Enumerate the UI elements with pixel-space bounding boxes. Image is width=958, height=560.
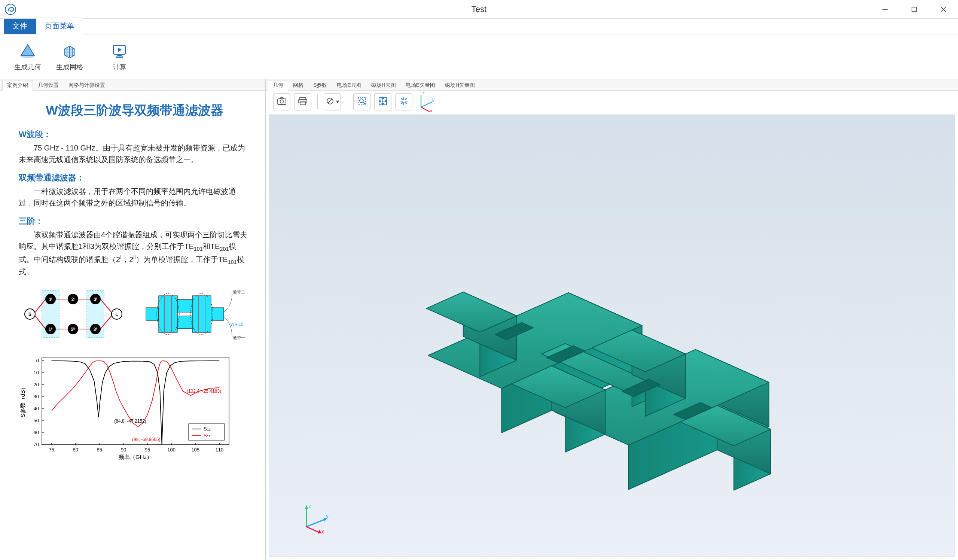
heading-dualband: 双频带通滤波器：	[19, 172, 251, 183]
heading-order: 三阶：	[19, 216, 251, 227]
ribbon: 生成几何 生成网格 计算	[0, 35, 958, 79]
svg-text:S: S	[29, 312, 32, 317]
svg-text:z: z	[422, 91, 425, 96]
svg-point-110	[360, 99, 363, 103]
svg-text:2ᴵ: 2ᴵ	[71, 297, 75, 302]
tab-efield-vector[interactable]: 电场E矢量图	[401, 80, 440, 90]
svg-text:(98, -69.9665): (98, -69.9665)	[132, 437, 160, 442]
svg-line-156	[306, 519, 325, 527]
svg-text:-30: -30	[32, 394, 39, 400]
svg-rect-17	[116, 57, 123, 58]
camera-icon	[277, 96, 287, 108]
svg-text:-10: -10	[32, 370, 39, 376]
svg-text:1ᴵᴵ: 1ᴵᴵ	[49, 327, 53, 332]
paragraph-dualband: 一种微波滤波器，用于在两个不同的频率范围内允许电磁波通过，同时在这两个频带之外的…	[19, 186, 251, 209]
tab-hfield-vector[interactable]: 磁场H矢量图	[440, 80, 480, 90]
menu-file[interactable]: 文件	[4, 17, 36, 34]
svg-marker-5	[21, 44, 35, 56]
slash-circle-icon	[325, 96, 335, 108]
svg-text:WR-10: WR-10	[230, 322, 243, 327]
svg-rect-47	[178, 316, 192, 329]
close-button[interactable]	[929, 0, 958, 19]
mesh-icon	[60, 42, 79, 60]
svg-rect-46	[178, 300, 192, 312]
menu-tabs: 文件 页面菜单	[0, 19, 958, 35]
chart-sparameters: 75808590951001051100-10-20-30-40-50-60-7…	[19, 353, 251, 463]
fit-view-icon	[378, 96, 388, 108]
paragraph-order: 该双频带通滤波器由4个腔谐振器组成，可实现两个三阶切比雪夫响应。其中谐振腔1和3…	[19, 229, 251, 278]
svg-text:S₁₂: S₁₂	[204, 433, 211, 438]
svg-line-121	[405, 98, 406, 100]
left-tabstrip: 案例介绍 几何设置 网格与计算设置	[0, 79, 265, 90]
window-title: Test	[471, 5, 487, 14]
svg-text:通带一: 通带一	[233, 335, 245, 340]
svg-text:90: 90	[121, 447, 126, 452]
svg-text:-20: -20	[32, 382, 39, 387]
svg-text:-40: -40	[32, 406, 39, 411]
window-controls	[871, 0, 958, 18]
svg-text:95: 95	[145, 447, 150, 452]
svg-text:y: y	[432, 97, 435, 102]
figure-plan-view: 通带二 WR-10 通带一	[144, 286, 245, 342]
zoom-area-button[interactable]	[353, 93, 371, 110]
tab-mesh[interactable]: 网格	[288, 80, 308, 90]
tab-efield-cloud[interactable]: 电场E云图	[332, 80, 366, 90]
spark-icon	[399, 96, 409, 108]
generate-mesh-button[interactable]: 生成网格	[51, 38, 88, 75]
axis-orientation-button[interactable]: zyx	[416, 93, 433, 110]
svg-line-158	[306, 527, 320, 533]
zoom-area-icon	[357, 96, 367, 108]
print-button[interactable]	[294, 93, 311, 110]
geometry-icon	[19, 42, 36, 60]
generate-geometry-button[interactable]: 生成几何	[9, 38, 46, 75]
svg-text:75: 75	[49, 447, 54, 452]
screenshot-button[interactable]	[273, 93, 290, 110]
viewport-3d[interactable]: zyx	[269, 114, 955, 557]
axis-triad-icon: zyx	[414, 90, 436, 113]
article-title: W波段三阶波导双频带通滤波器	[19, 102, 251, 119]
generate-geometry-label: 生成几何	[14, 62, 41, 71]
tab-hfield-cloud[interactable]: 磁场H云图	[366, 80, 401, 90]
svg-rect-45	[159, 296, 178, 332]
compute-label: 计算	[113, 62, 126, 71]
right-pane: 几何 网格 S参数 电场E云图 磁场H云图 电场E矢量图 磁场H矢量图 ▾ zy…	[266, 79, 958, 560]
figure-row: S L 1ᴵ 2ᴵ 3ᴵ 1ᴵᴵ 2ᴵᴵ 3ᴵᴵ	[19, 286, 251, 342]
svg-text:z: z	[309, 503, 311, 509]
fit-view-button[interactable]	[374, 93, 392, 110]
generate-mesh-label: 生成网格	[56, 62, 83, 71]
minimize-button[interactable]	[871, 0, 899, 19]
svg-line-125	[421, 107, 429, 111]
play-icon	[110, 42, 128, 60]
svg-rect-44	[146, 308, 159, 320]
tab-geometry-settings[interactable]: 几何设置	[33, 80, 63, 90]
compute-button[interactable]: 计算	[101, 38, 138, 75]
svg-line-122	[401, 102, 403, 104]
paragraph-wband: 75 GHz - 110 GHz。由于具有超宽未被开发的频带资源，已成为未来高速…	[19, 142, 251, 165]
svg-text:1ᴵ: 1ᴵ	[49, 297, 52, 302]
svg-text:y: y	[326, 513, 328, 519]
tab-sparam[interactable]: S参数	[308, 80, 332, 90]
svg-line-124	[421, 102, 432, 107]
menu-page[interactable]: 页面菜单	[36, 17, 83, 35]
svg-text:x: x	[322, 528, 324, 534]
svg-text:通带二: 通带二	[233, 290, 245, 294]
light-button[interactable]	[395, 93, 412, 110]
tab-mesh-calc-settings[interactable]: 网格与计算设置	[63, 80, 110, 90]
svg-text:85: 85	[97, 447, 102, 452]
svg-point-0	[5, 4, 16, 14]
tab-geometry[interactable]: 几何	[268, 80, 288, 90]
app-icon	[5, 3, 16, 15]
printer-icon	[298, 96, 308, 108]
svg-text:x: x	[430, 108, 432, 113]
svg-line-111	[363, 102, 365, 104]
options-button[interactable]: ▾	[324, 93, 341, 110]
svg-point-6	[21, 55, 35, 58]
ribbon-group-build: 生成几何 生成网格	[5, 36, 93, 77]
right-tabstrip: 几何 网格 S参数 电场E云图 磁场H云图 电场E矢量图 磁场H矢量图	[266, 79, 958, 90]
workspace: 案例介绍 几何设置 网格与计算设置 W波段三阶波导双频带通滤波器 W波段： 75…	[0, 79, 958, 560]
svg-line-108	[328, 99, 332, 103]
article: W波段三阶波导双频带通滤波器 W波段： 75 GHz - 110 GHz。由于具…	[0, 90, 265, 560]
svg-text:100: 100	[167, 447, 176, 452]
maximize-button[interactable]	[899, 0, 929, 19]
tab-intro[interactable]: 案例介绍	[2, 80, 33, 90]
